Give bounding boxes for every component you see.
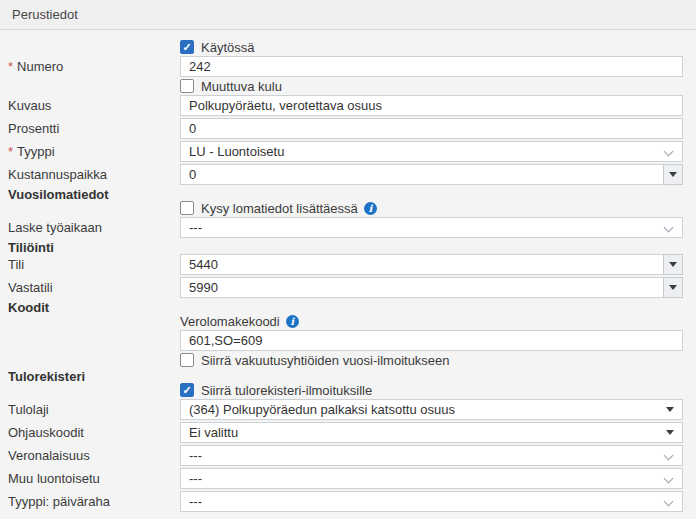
muu-luontoisetu-select-value: --- <box>189 471 202 486</box>
tili-combo-value[interactable]: 5440 <box>180 254 663 275</box>
section-tulorekisteri: Tulorekisteri <box>8 370 683 383</box>
kustannuspaikka-dropdown-button[interactable] <box>663 164 683 185</box>
section-koodit: Koodit <box>8 301 683 314</box>
vastatili-label: Vastatili <box>8 280 180 295</box>
kaytossa-checkbox[interactable]: ✓ <box>180 40 194 54</box>
tyyppi-paivaraha-select[interactable]: --- <box>180 491 683 512</box>
prosentti-input[interactable] <box>180 118 683 139</box>
checkmark-icon: ✓ <box>182 42 191 53</box>
vastatili-dropdown-button[interactable] <box>663 277 683 298</box>
required-asterisk: * <box>8 144 13 159</box>
dropdown-arrow-icon <box>666 430 674 435</box>
tyyppi-select[interactable]: LU - Luontoisetu <box>180 141 683 162</box>
ohjauskoodit-label: Ohjauskoodit <box>8 425 180 440</box>
tyyppi-select-value: LU - Luontoisetu <box>189 144 284 159</box>
siirra-vakuutus-label: Siirrä vakuutusyhtiöiden vuosi-ilmoituks… <box>201 353 450 368</box>
section-vuosilomatiedot: Vuosilomatiedot <box>8 188 683 201</box>
kysy-lomatiedot-checkbox[interactable]: ✓ <box>180 201 194 215</box>
laske-tyoaikaan-row: Laske työaikaan --- <box>8 217 683 238</box>
info-icon[interactable]: i <box>286 315 299 328</box>
kaytossa-row: ✓ Käytössä <box>180 40 683 54</box>
tulolaji-label: Tulolaji <box>8 402 180 417</box>
kaytossa-label: Käytössä <box>201 40 254 55</box>
ohjauskoodit-combobox[interactable]: Ei valittu <box>180 422 683 443</box>
required-asterisk: * <box>8 59 13 74</box>
ohjauskoodit-combo-value: Ei valittu <box>189 425 238 440</box>
tulolaji-row: Tulolaji (364) Polkupyöräedun palkaksi k… <box>8 399 683 420</box>
veronalaisuus-label: Veronalaisuus <box>8 448 180 463</box>
siirra-tulorekisteri-row: ✓ Siirrä tulorekisteri-ilmoituksille <box>180 383 683 397</box>
kysy-lomatiedot-row: ✓ Kysy lomatiedot lisättäessä i <box>180 201 683 215</box>
dropdown-arrow-icon <box>669 262 677 267</box>
tyyppi-paivaraha-select-value: --- <box>189 494 202 509</box>
siirra-tulorekisteri-label: Siirrä tulorekisteri-ilmoituksille <box>201 383 372 398</box>
chevron-down-icon <box>664 223 674 233</box>
kuvaus-label: Kuvaus <box>8 98 180 113</box>
tulolaji-combo-value: (364) Polkupyöräedun palkaksi katsottu o… <box>189 402 455 417</box>
laske-tyoaikaan-label: Laske työaikaan <box>8 220 180 235</box>
ohjauskoodit-row: Ohjauskoodit Ei valittu <box>8 422 683 443</box>
kustannuspaikka-combo-value[interactable]: 0 <box>180 164 663 185</box>
prosentti-row: Prosentti <box>8 118 683 139</box>
veronalaisuus-select-value: --- <box>189 448 202 463</box>
perustiedot-panel: Perustiedot ✓ Käytössä *Numero ✓ Muuttuv… <box>0 0 696 519</box>
muu-luontoisetu-select[interactable]: --- <box>180 468 683 489</box>
laske-tyoaikaan-select-value: --- <box>189 220 202 235</box>
chevron-down-icon <box>664 474 674 484</box>
veronalaisuus-select[interactable]: --- <box>180 445 683 466</box>
kustannuspaikka-combobox: 0 <box>180 164 683 185</box>
panel-title: Perustiedot <box>12 7 78 22</box>
tyyppi-paivaraha-label: Tyyppi: päiväraha <box>8 494 180 509</box>
verolomakekoodi-row <box>8 330 683 351</box>
vastatili-combo-value[interactable]: 5990 <box>180 277 663 298</box>
tyyppi-label: *Tyyppi <box>8 144 180 159</box>
prosentti-label: Prosentti <box>8 121 180 136</box>
numero-row: *Numero <box>8 56 683 77</box>
verolomakekoodi-label-row: Verolomakekoodi i <box>180 314 683 328</box>
chevron-down-icon <box>664 147 674 157</box>
laske-tyoaikaan-select[interactable]: --- <box>180 217 683 238</box>
verolomakekoodi-input[interactable] <box>180 330 683 351</box>
vastatili-combobox: 5990 <box>180 277 683 298</box>
muuttuva-kulu-row: ✓ Muuttuva kulu <box>180 79 683 93</box>
tili-dropdown-button[interactable] <box>663 254 683 275</box>
siirra-vakuutus-row: ✓ Siirrä vakuutusyhtiöiden vuosi-ilmoitu… <box>180 353 683 367</box>
muu-luontoisetu-label: Muu luontoisetu <box>8 471 180 486</box>
dropdown-arrow-icon <box>669 172 677 177</box>
info-icon[interactable]: i <box>364 202 377 215</box>
kuvaus-input[interactable] <box>180 95 683 116</box>
kysy-lomatiedot-label: Kysy lomatiedot lisättäessä <box>201 201 358 216</box>
tulolaji-combobox[interactable]: (364) Polkupyöräedun palkaksi katsottu o… <box>180 399 683 420</box>
kustannuspaikka-row: Kustannuspaikka 0 <box>8 164 683 185</box>
kustannuspaikka-label: Kustannuspaikka <box>8 167 180 182</box>
tyyppi-row: *Tyyppi LU - Luontoisetu <box>8 141 683 162</box>
verolomakekoodi-label: Verolomakekoodi <box>180 314 280 329</box>
tili-row: Tili 5440 <box>8 254 683 275</box>
kuvaus-row: Kuvaus <box>8 95 683 116</box>
chevron-down-icon <box>664 497 674 507</box>
vastatili-row: Vastatili 5990 <box>8 277 683 298</box>
siirra-vakuutus-checkbox[interactable]: ✓ <box>180 353 194 367</box>
veronalaisuus-row: Veronalaisuus --- <box>8 445 683 466</box>
tyyppi-paivaraha-row: Tyyppi: päiväraha --- <box>8 491 683 512</box>
dropdown-arrow-icon <box>669 285 677 290</box>
muu-luontoisetu-row: Muu luontoisetu --- <box>8 468 683 489</box>
tili-combobox: 5440 <box>180 254 683 275</box>
checkmark-icon: ✓ <box>182 385 191 396</box>
numero-label: *Numero <box>8 59 180 74</box>
numero-input[interactable] <box>180 56 683 77</box>
dropdown-arrow-icon <box>666 407 674 412</box>
form-content: ✓ Käytössä *Numero ✓ Muuttuva kulu Kuvau… <box>0 30 696 512</box>
panel-header: Perustiedot <box>0 0 696 30</box>
chevron-down-icon <box>664 451 674 461</box>
muuttuva-kulu-checkbox[interactable]: ✓ <box>180 79 194 93</box>
siirra-tulorekisteri-checkbox[interactable]: ✓ <box>180 383 194 397</box>
tili-label: Tili <box>8 257 180 272</box>
muuttuva-kulu-label: Muuttuva kulu <box>201 79 282 94</box>
section-tilioointi: Tiliöinti <box>8 241 683 254</box>
